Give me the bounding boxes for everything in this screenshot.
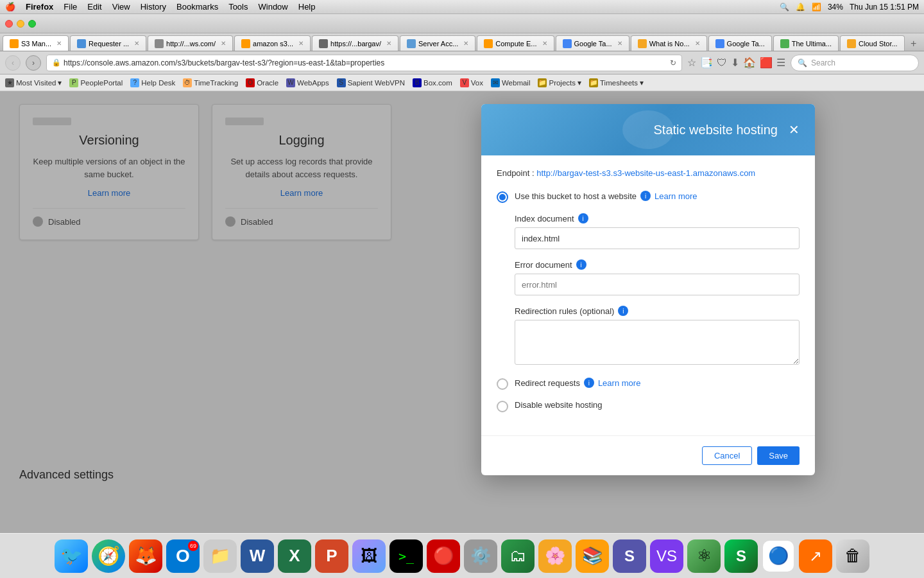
bookmark-help-desk[interactable]: ? Help Desk bbox=[130, 78, 175, 87]
bookmark-webapps[interactable]: W WebApps bbox=[286, 78, 329, 87]
redirect-requests-radio[interactable] bbox=[497, 378, 508, 390]
menu-file[interactable]: File bbox=[64, 2, 77, 12]
tab-close-icon[interactable]: ✕ bbox=[56, 40, 62, 47]
dock-safari[interactable]: 🧭 bbox=[92, 539, 125, 573]
redirect-rules-textarea[interactable] bbox=[515, 320, 800, 365]
bookmark-box[interactable]: B Box.com bbox=[413, 78, 452, 87]
menu-edit[interactable]: Edit bbox=[87, 2, 101, 12]
dock-green-app[interactable]: 🗂 bbox=[501, 539, 535, 573]
dock-powerpoint[interactable]: P bbox=[315, 539, 348, 573]
tab-compute[interactable]: Compute E... ✕ bbox=[477, 35, 554, 51]
host-website-learn-more[interactable]: Learn more bbox=[654, 191, 697, 201]
dock-chrome[interactable]: 🔵 bbox=[762, 539, 795, 573]
tab-close-icon[interactable]: ✕ bbox=[221, 40, 226, 47]
index-doc-info-icon[interactable]: i bbox=[578, 213, 588, 223]
tab-amazon-s3[interactable]: amazon s3... ✕ bbox=[234, 35, 311, 51]
bookmark-oracle[interactable]: O Oracle bbox=[246, 78, 278, 87]
tab-bargav[interactable]: https://...bargav/ ✕ bbox=[312, 35, 398, 51]
bookmark-time-tracking[interactable]: ⏱ TimeTracking bbox=[183, 78, 238, 87]
shield-icon[interactable]: 🛡 bbox=[717, 57, 727, 69]
tab-close-icon[interactable]: ✕ bbox=[617, 40, 622, 47]
menu-tools[interactable]: Tools bbox=[228, 2, 248, 12]
tab-close-icon[interactable]: ✕ bbox=[695, 40, 700, 47]
cancel-button[interactable]: Cancel bbox=[702, 446, 752, 465]
modal-close-button[interactable]: ✕ bbox=[789, 123, 800, 136]
save-button[interactable]: Save bbox=[757, 446, 800, 465]
notification-icon[interactable]: 🔔 bbox=[796, 3, 805, 12]
spotlight-icon[interactable]: 🔍 bbox=[780, 3, 789, 12]
tab-server-acc[interactable]: Server Acc... ✕ bbox=[400, 35, 475, 51]
tab-close-icon[interactable]: ✕ bbox=[134, 40, 139, 47]
forward-button[interactable]: › bbox=[26, 55, 41, 71]
tab-cloud-stor[interactable]: Cloud Stor... bbox=[840, 35, 905, 51]
dock-migrate[interactable]: ↗ bbox=[799, 539, 832, 573]
redirect-requests-learn-more[interactable]: Learn more bbox=[598, 378, 640, 388]
dock-firefox[interactable]: 🦊 bbox=[129, 539, 162, 573]
extensions-icon[interactable]: 🟥 bbox=[760, 57, 773, 69]
download-icon[interactable]: ⬇ bbox=[731, 57, 739, 69]
back-button[interactable]: ‹ bbox=[5, 55, 21, 71]
minimize-button[interactable] bbox=[17, 20, 24, 28]
index-doc-input[interactable] bbox=[515, 227, 800, 249]
search-box[interactable]: 🔍 Search bbox=[791, 55, 919, 71]
dock-terminal[interactable]: >_ bbox=[389, 539, 423, 573]
bookmark-webmail[interactable]: ✉ Webmail bbox=[491, 78, 531, 87]
tab-ws[interactable]: http://...ws.com/ ✕ bbox=[148, 35, 233, 51]
redirect-rules-info-icon[interactable]: i bbox=[618, 306, 628, 316]
redirect-requests-info-icon[interactable]: i bbox=[584, 378, 594, 388]
new-tab-button[interactable]: + bbox=[906, 37, 921, 51]
tab-close-icon[interactable]: ✕ bbox=[386, 40, 391, 47]
bookmark-vox[interactable]: V Vox bbox=[460, 78, 483, 87]
reload-button[interactable]: ↻ bbox=[670, 58, 676, 67]
host-website-radio[interactable] bbox=[497, 191, 508, 203]
bookmark-list-icon[interactable]: 📑 bbox=[700, 57, 713, 69]
bookmark-projects[interactable]: 📁 Projects ▾ bbox=[538, 78, 581, 87]
error-doc-info-icon[interactable]: i bbox=[576, 259, 586, 270]
tab-ultima[interactable]: The Ultima... bbox=[773, 35, 839, 51]
dock-app-red[interactable]: 🔴 bbox=[427, 539, 460, 573]
url-input-wrap[interactable]: 🔒 https://console.aws.amazon.com/s3/buck… bbox=[46, 55, 682, 71]
bookmark-most-visited[interactable]: ★ Most Visited ▾ bbox=[5, 78, 62, 87]
dock-app-purple[interactable]: S bbox=[613, 539, 646, 573]
tab-google-ta2[interactable]: Google Ta... bbox=[708, 35, 772, 51]
tab-close-icon[interactable]: ✕ bbox=[542, 40, 547, 47]
menu-history[interactable]: History bbox=[141, 2, 166, 12]
bookmark-timesheets[interactable]: 📁 Timesheets ▾ bbox=[589, 78, 644, 87]
bookmark-people-portal[interactable]: P PeoplePortal bbox=[69, 78, 123, 87]
bookmark-sapient-vpn[interactable]: S Sapient WebVPN bbox=[337, 78, 405, 87]
dock-atom[interactable]: ⚛ bbox=[687, 539, 721, 573]
hamburger-menu-icon[interactable]: ☰ bbox=[776, 57, 785, 69]
menu-window[interactable]: Window bbox=[259, 2, 288, 12]
bookmark-star-icon[interactable]: ☆ bbox=[687, 57, 696, 69]
home-icon[interactable]: 🏠 bbox=[743, 57, 756, 69]
maximize-button[interactable] bbox=[28, 20, 36, 28]
tab-google-ta1[interactable]: Google Ta... ✕ bbox=[556, 35, 629, 51]
tab-s3-manager[interactable]: S3 Man... ✕ bbox=[3, 35, 69, 51]
dock-preview[interactable]: 🖼 bbox=[352, 539, 386, 573]
dock-excel[interactable]: X bbox=[278, 539, 311, 573]
dock-ibooks[interactable]: 📚 bbox=[576, 539, 609, 573]
dock-s-app[interactable]: S bbox=[724, 539, 758, 573]
close-button[interactable] bbox=[5, 20, 13, 28]
menu-firefox[interactable]: Firefox bbox=[26, 2, 53, 12]
dock-system-prefs[interactable]: ⚙️ bbox=[464, 539, 497, 573]
menu-view[interactable]: View bbox=[112, 2, 130, 12]
apple-menu[interactable]: 🍎 bbox=[5, 2, 15, 12]
endpoint-url[interactable]: http://bargav-test-s3.s3-website-us-east… bbox=[536, 168, 755, 178]
menu-bookmarks[interactable]: Bookmarks bbox=[176, 2, 218, 12]
dock-finder2[interactable]: 📁 bbox=[203, 539, 237, 573]
tab-close-icon[interactable]: ✕ bbox=[463, 40, 468, 47]
dock-visual-studio[interactable]: VS bbox=[650, 539, 683, 573]
menu-help[interactable]: Help bbox=[298, 2, 316, 12]
host-website-info-icon[interactable]: i bbox=[640, 191, 651, 201]
tab-close-icon[interactable]: ✕ bbox=[298, 40, 304, 47]
disable-hosting-radio[interactable] bbox=[497, 401, 508, 412]
error-doc-input[interactable] bbox=[515, 274, 800, 295]
dock-outlook[interactable]: O 69 bbox=[166, 539, 200, 573]
dock-photos[interactable]: 🌸 bbox=[538, 539, 572, 573]
dock-finder[interactable]: 🐦 bbox=[55, 539, 88, 573]
tab-requester[interactable]: Requester ... ✕ bbox=[70, 35, 146, 51]
tab-what-is-no[interactable]: What is No... ✕ bbox=[631, 35, 707, 51]
dock-word[interactable]: W bbox=[241, 539, 274, 573]
dock-trash[interactable]: 🗑 bbox=[836, 539, 869, 573]
